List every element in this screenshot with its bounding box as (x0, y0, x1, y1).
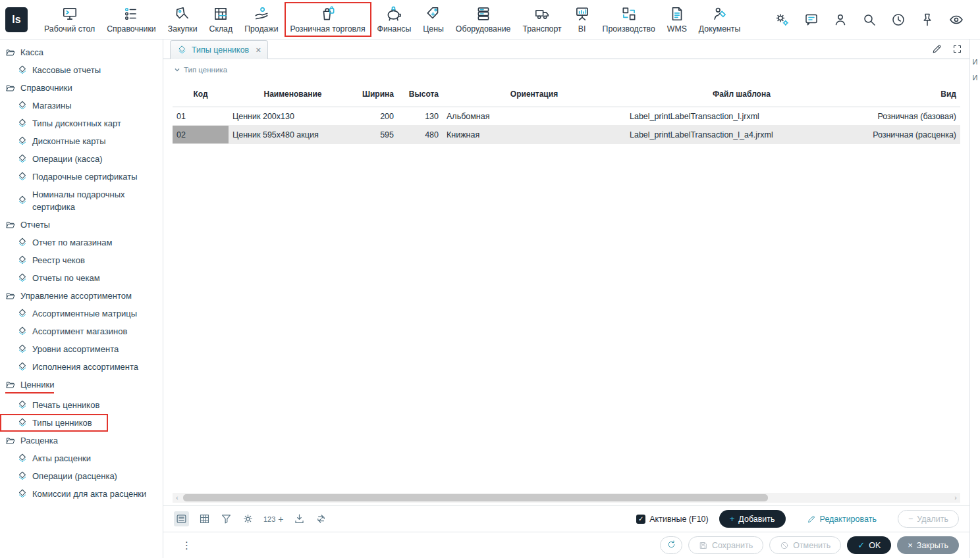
sidebar-folder[interactable]: Управление ассортиментом (0, 287, 163, 305)
toolbar-item-13[interactable]: WMS (661, 2, 693, 37)
scrollbar-thumb[interactable] (183, 494, 768, 501)
cell-height[interactable]: 130 (398, 107, 443, 125)
table-row[interactable]: 02Ценник 595x480 акция595480КнижнаяLabel… (173, 126, 960, 144)
save-button[interactable]: Сохранить (688, 536, 763, 554)
sidebar-item[interactable]: Ассортимент магазинов (0, 322, 163, 340)
sidebar-item[interactable]: Комиссии для акта расценки (0, 485, 163, 503)
toolbar-item-2[interactable]: Справочники (101, 2, 162, 37)
active-filter-checkbox[interactable]: ✓ Активные (F10) (636, 515, 708, 524)
cell-file[interactable]: Label_printLabelTransaction_l.jrxml (626, 107, 858, 125)
sidebar-folder[interactable]: Ценники (0, 376, 163, 396)
download-icon[interactable] (293, 513, 306, 525)
sidebar-item[interactable]: Типы ценников (0, 414, 108, 432)
app-logo[interactable]: ls (5, 7, 28, 32)
sidebar-item[interactable]: Операции (расценка) (0, 467, 163, 485)
section-header-price-tag-type[interactable]: Тип ценника (163, 59, 969, 75)
cell-height[interactable]: 480 (398, 126, 443, 143)
loop-refresh-icon[interactable] (315, 513, 327, 525)
sidebar-item[interactable]: Реестр чеков (0, 251, 163, 269)
pin-icon[interactable] (919, 12, 935, 28)
toolbar-item-14[interactable]: Документы (693, 2, 746, 37)
layers-diamond-icon (17, 453, 28, 464)
cell-orientation[interactable]: Альбомная (443, 107, 626, 125)
sidebar-folder[interactable]: Расценка (0, 432, 163, 449)
toolbar-item-12[interactable]: Производство (597, 2, 661, 37)
scrollbar-track[interactable] (182, 493, 951, 503)
delete-button[interactable]: − Удалить (898, 510, 959, 528)
settings-gear-icon[interactable] (242, 513, 254, 525)
finance-icon (385, 5, 402, 22)
cell-orientation[interactable]: Книжная (443, 126, 626, 143)
cell-kind[interactable]: Розничная (базовая) (858, 107, 960, 125)
close-button[interactable]: × Закрыть (897, 536, 959, 554)
sidebar-item[interactable]: Отчет по магазинам (0, 234, 163, 251)
tab-price-tag-types[interactable]: Типы ценников × (170, 40, 268, 59)
toolbar-item-6[interactable]: Розничная торговля (285, 2, 371, 37)
sidebar-item[interactable]: Дисконтные карты (0, 132, 163, 150)
clock-icon[interactable] (890, 12, 906, 28)
edit-button-label: Редактировать (820, 515, 877, 524)
sidebar-item[interactable]: Ассортиментные матрицы (0, 305, 163, 322)
cell-width[interactable]: 200 (357, 107, 398, 125)
cell-kind[interactable]: Розничная (расценка) (858, 126, 960, 143)
toolbar-item-4[interactable]: Склад (204, 2, 239, 37)
toolbar-item-10[interactable]: Транспорт (516, 2, 567, 37)
settings-gears-icon[interactable] (775, 12, 790, 28)
table-row[interactable]: 01Ценник 200x130200130АльбомнаяLabel_pri… (173, 107, 960, 126)
cell-code[interactable]: 01 (173, 107, 229, 125)
sidebar-item[interactable]: Отчеты по чекам (0, 269, 163, 287)
sidebar-item[interactable]: Исполнения ассортимента (0, 358, 163, 376)
toolbar-item-11[interactable]: BI (568, 2, 597, 37)
sidebar-item[interactable]: Подарочные сертификаты (0, 168, 163, 186)
edit-button[interactable]: Редактировать (796, 510, 887, 528)
cell-name[interactable]: Ценник 200x130 (229, 107, 357, 125)
cancel-button[interactable]: Отменить (769, 536, 841, 554)
row-count-toggle[interactable]: 123 + (263, 514, 284, 524)
toolbar-item-5[interactable]: Продажи (238, 2, 284, 37)
scroll-right-arrow-icon[interactable]: › (951, 494, 960, 501)
fullscreen-icon[interactable] (952, 43, 963, 55)
sidebar-folder[interactable]: Касса (0, 43, 163, 61)
toolbar-item-8[interactable]: Цены (417, 2, 450, 37)
cell-file[interactable]: Label_printLabelTransaction_l_a4.jrxml (626, 126, 858, 143)
cell-name[interactable]: Ценник 595x480 акция (229, 126, 357, 143)
sidebar-item[interactable]: Печать ценников (0, 396, 163, 414)
sidebar-item[interactable]: Номиналы подарочных сертифика (0, 186, 163, 216)
edit-pencil-icon[interactable] (931, 43, 942, 55)
sidebar-item[interactable]: Уровни ассортимента (0, 340, 163, 358)
add-button[interactable]: + Добавить (719, 510, 786, 528)
sidebar-item[interactable]: Типы дисконтных карт (0, 114, 163, 132)
search-icon[interactable] (861, 12, 877, 28)
cell-code[interactable]: 02 (173, 126, 229, 143)
ok-button[interactable]: ✓ OK (847, 536, 891, 554)
toolbar-item-7[interactable]: Финансы (371, 2, 418, 37)
sidebar-item[interactable]: Операции (касса) (0, 150, 163, 168)
grid-view-icon[interactable] (198, 513, 211, 525)
eye-icon[interactable] (948, 12, 964, 28)
user-icon[interactable] (832, 12, 848, 28)
sidebar-item[interactable]: Акты расценки (0, 449, 163, 467)
column-header[interactable]: Наименование (229, 89, 357, 99)
cell-width[interactable]: 595 (357, 126, 398, 143)
refresh-button[interactable] (660, 536, 682, 554)
column-header[interactable]: Ориентация (443, 89, 626, 99)
column-header[interactable]: Файл шаблона (626, 89, 858, 99)
sidebar-item[interactable]: Магазины (0, 97, 163, 114)
toolbar-item-1[interactable]: Рабочий стол (38, 2, 101, 37)
column-header[interactable]: Ширина (357, 89, 398, 99)
sidebar-folder[interactable]: Отчеты (0, 216, 163, 234)
sidebar-item[interactable]: Кассовые отчеты (0, 61, 163, 79)
toolbar-item-9[interactable]: Оборудование (450, 2, 517, 37)
scroll-left-arrow-icon[interactable]: ‹ (173, 494, 182, 501)
column-header[interactable]: Код (173, 89, 229, 99)
sidebar-folder[interactable]: Справочники (0, 79, 163, 97)
column-header[interactable]: Вид (858, 89, 960, 99)
toolbar-item-3[interactable]: Закупки (162, 2, 204, 37)
kebab-menu-icon[interactable]: ⋮ (163, 540, 192, 551)
tab-close-icon[interactable]: × (256, 45, 261, 55)
column-header[interactable]: Высота (398, 89, 443, 99)
feedback-icon[interactable] (803, 12, 819, 28)
filter-funnel-icon[interactable] (220, 513, 232, 525)
horizontal-scrollbar[interactable]: ‹ › (173, 493, 960, 503)
list-view-icon[interactable] (174, 511, 189, 526)
